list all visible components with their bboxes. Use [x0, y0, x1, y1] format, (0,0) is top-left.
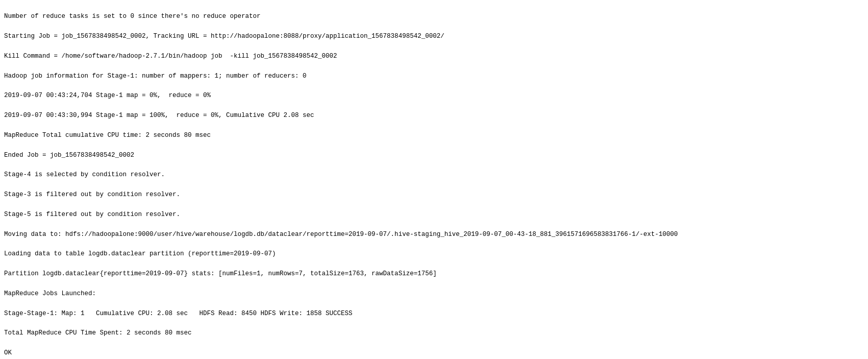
line-12: Moving data to: hdfs://hadoopalone:9000/…: [4, 230, 864, 240]
line-7: MapReduce Total cumulative CPU time: 2 s…: [4, 131, 864, 140]
line-17: Total MapReduce CPU Time Spent: 2 second…: [4, 328, 864, 338]
line-9: Stage-4 is selected by condition resolve…: [4, 170, 864, 180]
line-8: Ended Job = job_1567838498542_0002: [4, 151, 864, 160]
line-4: Hadoop job information for Stage-1: numb…: [4, 71, 864, 81]
line-1: Number of reduce tasks is set to 0 since…: [4, 12, 864, 21]
line-2: Starting Job = job_1567838498542_0002, T…: [4, 32, 864, 41]
line-14: Partition logdb.dataclear{reporttime=201…: [4, 269, 864, 279]
line-16: Stage-Stage-1: Map: 1 Cumulative CPU: 2.…: [4, 309, 864, 319]
line-3: Kill Command = /home/software/hadoop-2.7…: [4, 52, 864, 61]
line-13: Loading data to table logdb.dataclear pa…: [4, 249, 864, 259]
line-10: Stage-3 is filtered out by condition res…: [4, 190, 864, 200]
line-18: OK: [4, 348, 864, 358]
line-6: 2019-09-07 00:43:30,994 Stage-1 map = 10…: [4, 111, 864, 121]
line-15: MapReduce Jobs Launched:: [4, 289, 864, 299]
line-11: Stage-5 is filtered out by condition res…: [4, 210, 864, 220]
terminal-output: Number of reduce tasks is set to 0 since…: [0, 0, 868, 359]
line-5: 2019-09-07 00:43:24,704 Stage-1 map = 0%…: [4, 91, 864, 101]
